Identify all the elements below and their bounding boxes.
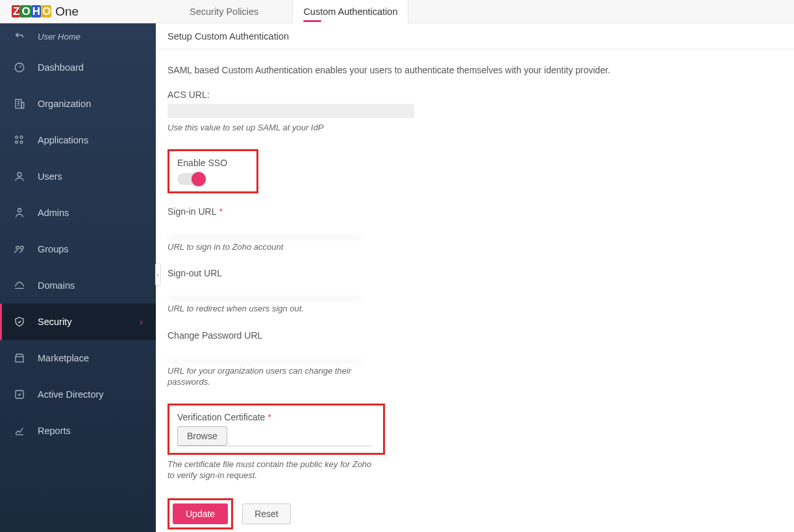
sidebar-item-dashboard[interactable]: Dashboard [0, 49, 156, 86]
signout-url-block: Sign-out URL URL to redirect when users … [167, 268, 651, 315]
sidebar-item-organization[interactable]: Organization [0, 86, 156, 122]
organization-icon [13, 97, 26, 110]
update-button[interactable]: Update [173, 503, 228, 524]
sidebar-item-label: Active Directory [38, 389, 104, 400]
brand-logo: ZOHO One [0, 0, 156, 23]
sidebar-item-label: Organization [38, 99, 91, 109]
sidebar-item-reports[interactable]: Reports [0, 413, 156, 449]
sidebar-item-label: Users [38, 171, 62, 182]
changepw-url-block: Change Password URL URL for your organiz… [167, 330, 651, 388]
tab-label: Security Policies [190, 6, 258, 17]
chevron-right-icon: › [140, 317, 143, 327]
enable-sso-highlight: Enable SSO [167, 149, 258, 193]
signin-url-input[interactable] [167, 221, 362, 237]
shield-icon [13, 315, 26, 328]
action-row: Update Reset [167, 498, 651, 529]
sidebar-item-label: Security [38, 317, 71, 327]
page-title: Setup Custom Authentication [167, 31, 289, 42]
intro-text: SAML based Custom Authentication enables… [167, 65, 651, 75]
sidebar-item-admins[interactable]: Admins [0, 195, 156, 231]
users-icon [13, 170, 26, 183]
svg-rect-11 [16, 357, 23, 362]
enable-sso-toggle[interactable] [177, 173, 205, 185]
sidebar-item-label: Admins [38, 208, 69, 218]
applications-icon [13, 134, 26, 147]
signin-url-hint: URL to sign in to Zoho account [167, 241, 375, 253]
sidebar-item-groups[interactable]: Groups [0, 231, 156, 267]
active-directory-icon [13, 388, 26, 401]
svg-point-5 [16, 141, 18, 143]
svg-point-4 [20, 136, 23, 139]
sidebar-item-label: Dashboard [38, 62, 84, 73]
sidebar-item-domains[interactable]: Domains [0, 267, 156, 304]
svg-rect-1 [16, 99, 21, 108]
main-content: Setup Custom Authentication SAML based C… [156, 23, 794, 532]
cert-label: Verification Certificate* [177, 412, 375, 422]
dashboard-icon [13, 61, 26, 74]
signout-url-input[interactable] [167, 282, 362, 299]
domains-icon [13, 279, 26, 292]
reports-icon [13, 424, 26, 437]
sidebar-item-applications[interactable]: Applications [0, 122, 156, 158]
svg-point-3 [16, 136, 18, 139]
sidebar-item-active-directory[interactable]: Active Directory [0, 376, 156, 413]
tab-security-policies[interactable]: Security Policies [187, 0, 261, 23]
update-highlight: Update [167, 498, 233, 529]
svg-point-6 [20, 141, 23, 143]
brand-name: One [55, 5, 79, 19]
changepw-url-label: Change Password URL [167, 330, 651, 341]
top-tabs: Security Policies Custom Authentication [156, 0, 408, 23]
browse-button[interactable]: Browse [177, 426, 227, 446]
svg-point-10 [21, 247, 24, 250]
sidebar: User Home Dashboard Organization Applica… [0, 23, 156, 532]
signout-url-hint: URL to redirect when users sign out. [167, 303, 375, 315]
signout-url-label: Sign-out URL [167, 268, 651, 278]
sidebar-user-home[interactable]: User Home [0, 23, 156, 49]
acs-url-value[interactable] [167, 104, 414, 118]
svg-rect-2 [21, 103, 24, 108]
acs-url-label: ACS URL: [167, 90, 651, 100]
changepw-url-hint: URL for your organization users can chan… [167, 365, 375, 388]
signin-url-block: Sign-in URL* URL to sign in to Zoho acco… [167, 206, 651, 253]
top-bar: ZOHO One Security Policies Custom Authen… [0, 0, 794, 23]
sidebar-item-label: Groups [38, 244, 69, 254]
back-arrow-icon [13, 30, 26, 43]
sidebar-collapse-handle[interactable]: ‹ [155, 263, 161, 285]
sidebar-item-label: Domains [38, 280, 75, 291]
page-subheader: Setup Custom Authentication [156, 23, 794, 49]
groups-icon [13, 243, 26, 256]
marketplace-icon [13, 352, 26, 365]
cert-highlight: Verification Certificate* Browse [167, 404, 385, 455]
signin-url-label: Sign-in URL* [167, 206, 651, 217]
sidebar-item-label: Reports [38, 426, 71, 436]
changepw-url-input[interactable] [167, 345, 362, 361]
tab-custom-authentication[interactable]: Custom Authentication [292, 0, 408, 23]
acs-url-block: ACS URL: Use this value to set up SAML a… [167, 90, 651, 134]
reset-button[interactable]: Reset [242, 503, 291, 524]
sidebar-item-label: Applications [38, 135, 88, 145]
acs-url-hint: Use this value to set up SAML at your Id… [167, 122, 375, 134]
cert-hint: The certificate file must contain the pu… [167, 459, 375, 481]
sidebar-item-users[interactable]: Users [0, 158, 156, 195]
svg-point-8 [18, 209, 21, 212]
admins-icon [13, 206, 26, 219]
svg-point-9 [16, 247, 19, 250]
svg-point-7 [18, 173, 21, 176]
sidebar-item-marketplace[interactable]: Marketplace [0, 340, 156, 376]
sidebar-item-security[interactable]: Security › [0, 304, 156, 340]
sidebar-item-label: User Home [38, 32, 81, 42]
enable-sso-label: Enable SSO [177, 158, 249, 168]
sidebar-item-label: Marketplace [38, 353, 89, 363]
tab-label: Custom Authentication [303, 6, 397, 17]
